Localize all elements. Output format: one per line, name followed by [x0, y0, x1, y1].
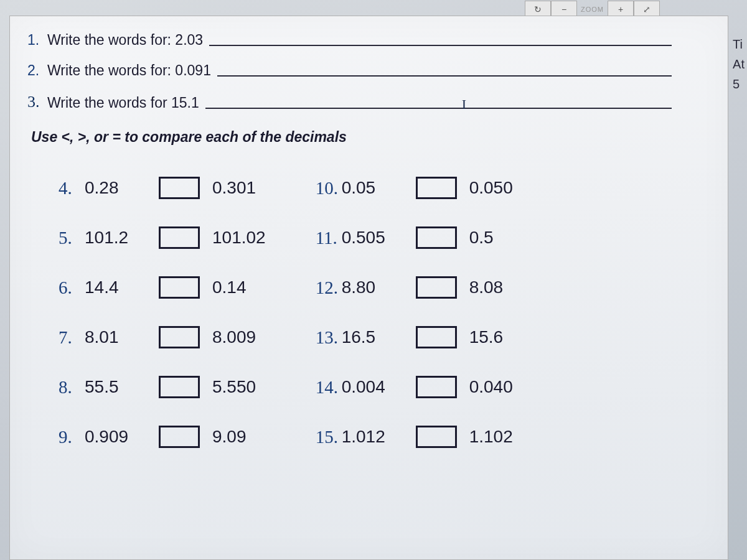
value-right: 8.08 — [469, 278, 504, 297]
value-right: 15.6 — [469, 327, 504, 347]
sidebar-fragment: Ti At 5 — [733, 34, 745, 94]
answer-box[interactable] — [416, 376, 457, 398]
value-left: 101.2 — [85, 228, 150, 248]
value-left: 1.012 — [342, 427, 407, 447]
row-number: 14. — [316, 377, 342, 398]
answer-box[interactable] — [416, 326, 457, 348]
value-left: 0.28 — [85, 178, 150, 198]
minus-icon: − — [561, 4, 566, 14]
compare-row: 11. 0.505 0.5 — [316, 226, 513, 249]
compare-row: 5. 101.2 101.02 — [59, 226, 266, 249]
value-left: 0.909 — [85, 427, 150, 447]
question-number: 2. — [27, 62, 42, 79]
answer-blank[interactable] — [209, 45, 672, 46]
value-right: 0.5 — [469, 228, 494, 248]
value-right: 9.09 — [212, 427, 247, 447]
value-right: 5.550 — [212, 377, 256, 397]
question-number: 1. — [27, 32, 42, 49]
refresh-icon: ↻ — [534, 4, 542, 14]
answer-box[interactable] — [159, 376, 200, 398]
side-text-2: At — [733, 54, 745, 74]
compare-row: 7. 8.01 8.009 — [59, 326, 266, 348]
value-left: 0.004 — [342, 377, 407, 397]
question-number: 3. — [27, 93, 42, 111]
compare-row: 9. 0.909 9.09 — [59, 426, 266, 448]
question-text: Write the words for: 0.091 — [47, 62, 211, 79]
question-3: 3. Write the words for 15.1 I — [27, 93, 709, 111]
question-1: 1. Write the words for: 2.03 — [27, 32, 709, 49]
value-left: 16.5 — [342, 327, 407, 347]
plus-icon: + — [618, 4, 623, 14]
compare-row: 8. 55.5 5.550 — [59, 376, 266, 398]
compare-row: 4. 0.28 0.301 — [59, 177, 266, 199]
answer-box[interactable] — [159, 426, 200, 448]
answer-box[interactable] — [416, 276, 457, 299]
worksheet-page: 1. Write the words for: 2.03 2. Write th… — [9, 16, 728, 560]
question-text: Write the words for: 2.03 — [47, 32, 203, 49]
section-instruction: Use <, >, or = to compare each of the de… — [31, 129, 709, 146]
value-left: 0.05 — [342, 178, 407, 198]
answer-box[interactable] — [159, 276, 200, 299]
answer-blank[interactable] — [217, 75, 672, 77]
answer-blank[interactable]: I — [205, 108, 672, 109]
value-right: 0.14 — [212, 278, 247, 297]
expand-icon: ⤢ — [643, 4, 651, 14]
row-number: 5. — [59, 228, 85, 248]
side-text-3: 5 — [733, 74, 745, 94]
compare-row: 12. 8.80 8.08 — [316, 276, 513, 299]
compare-row: 15. 1.012 1.102 — [316, 426, 513, 448]
value-left: 14.4 — [85, 278, 150, 297]
value-right: 0.050 — [469, 178, 513, 198]
answer-box[interactable] — [159, 226, 200, 249]
question-2: 2. Write the words for: 0.091 — [27, 62, 709, 79]
question-text: Write the words for 15.1 — [47, 95, 199, 111]
value-right: 0.040 — [469, 377, 513, 397]
value-left: 8.80 — [342, 278, 407, 297]
answer-box[interactable] — [416, 177, 457, 199]
value-right: 8.009 — [212, 327, 256, 347]
compare-row: 6. 14.4 0.14 — [59, 276, 266, 299]
value-right: 101.02 — [212, 228, 266, 248]
comparison-grid: 4. 0.28 0.301 5. 101.2 101.02 6. 14.4 0.… — [27, 177, 709, 448]
row-number: 9. — [59, 427, 85, 447]
row-number: 10. — [316, 178, 342, 198]
row-number: 6. — [59, 278, 85, 298]
compare-row: 13. 16.5 15.6 — [316, 326, 513, 348]
column-left: 4. 0.28 0.301 5. 101.2 101.02 6. 14.4 0.… — [59, 177, 266, 448]
value-left: 8.01 — [85, 327, 150, 347]
value-left: 0.505 — [342, 228, 407, 248]
text-cursor: I — [462, 96, 466, 113]
row-number: 13. — [316, 327, 342, 348]
compare-row: 10. 0.05 0.050 — [316, 177, 513, 199]
row-number: 8. — [59, 377, 85, 398]
row-number: 12. — [316, 278, 342, 298]
value-left: 55.5 — [85, 377, 150, 397]
column-right: 10. 0.05 0.050 11. 0.505 0.5 12. 8.80 8.… — [316, 177, 513, 448]
side-text-1: Ti — [733, 34, 745, 54]
row-number: 7. — [59, 327, 85, 348]
row-number: 4. — [59, 178, 85, 198]
value-right: 1.102 — [469, 427, 513, 447]
answer-box[interactable] — [416, 226, 457, 249]
answer-box[interactable] — [159, 326, 200, 348]
value-right: 0.301 — [212, 178, 256, 198]
answer-box[interactable] — [416, 426, 457, 448]
row-number: 15. — [316, 427, 342, 447]
zoom-label: ZOOM — [577, 6, 608, 13]
compare-row: 14. 0.004 0.040 — [316, 376, 513, 398]
answer-box[interactable] — [159, 177, 200, 199]
row-number: 11. — [316, 228, 342, 248]
